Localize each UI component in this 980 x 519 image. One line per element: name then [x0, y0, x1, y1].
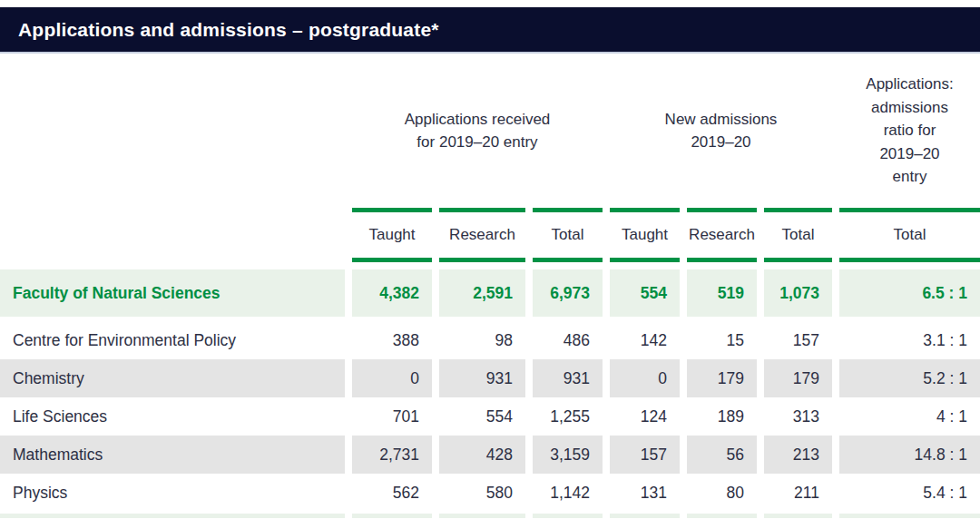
partial-cell [839, 514, 980, 518]
cell-research-applications: 931 [439, 359, 525, 397]
cell-research-admissions: 15 [687, 321, 757, 359]
cell-total-applications: 1,255 [533, 397, 603, 436]
cell-taught-applications: 701 [352, 397, 432, 436]
partial-cell [764, 514, 832, 518]
partial-cell [352, 514, 432, 518]
cell-research-applications: 580 [439, 474, 525, 512]
cell-research-applications: 554 [439, 397, 525, 436]
column-header-total-applications: Total [533, 208, 603, 262]
row-label: Faculty of Natural Sciences [0, 269, 345, 317]
partial-cell [439, 514, 525, 518]
applications-admissions-table: Applications received for 2019–20 entry … [0, 54, 980, 518]
cell-total-admissions: 1,073 [764, 269, 832, 317]
column-header-research-admissions: Research [687, 208, 757, 262]
page-title: Applications and admissions – postgradua… [18, 19, 439, 41]
group-header-applications-admissions-ratio: Applications: admissions ratio for 2019–… [839, 54, 980, 208]
group-header-applications-received: Applications received for 2019–20 entry [352, 54, 603, 208]
cell-taught-applications: 562 [352, 474, 432, 512]
cell-research-admissions: 519 [687, 269, 757, 317]
cell-applications-admissions-ratio: 3.1 : 1 [839, 321, 980, 359]
cell-research-admissions: 80 [687, 474, 757, 512]
cell-applications-admissions-ratio: 14.8 : 1 [839, 436, 980, 474]
group-header-empty [0, 54, 345, 208]
partial-cell [610, 514, 680, 518]
column-header-total-ratio: Total [839, 208, 980, 262]
cell-taught-admissions: 554 [610, 269, 680, 317]
row-label: Mathematics [0, 436, 345, 474]
cell-taught-applications: 388 [352, 321, 432, 359]
row-label: Life Sciences [0, 397, 345, 436]
cell-taught-applications: 2,731 [352, 436, 432, 474]
cell-taught-admissions: 124 [610, 397, 680, 436]
cell-taught-applications: 0 [352, 359, 432, 397]
partial-cell [687, 514, 757, 518]
cell-total-applications: 3,159 [533, 436, 603, 474]
row-gap [0, 262, 980, 269]
column-header-taught-applications: Taught [352, 208, 432, 262]
cell-total-applications: 931 [533, 359, 603, 397]
partial-cell [533, 514, 603, 518]
cell-research-admissions: 56 [687, 436, 757, 474]
row-label: Physics [0, 474, 345, 512]
report-page: Applications and admissions – postgradua… [0, 0, 980, 519]
cell-research-admissions: 189 [687, 397, 757, 436]
partial-cell [0, 514, 345, 518]
cell-total-applications: 1,142 [533, 474, 603, 512]
column-header-research-applications: Research [439, 208, 525, 262]
cell-taught-applications: 4,382 [352, 269, 432, 317]
cell-total-admissions: 211 [764, 474, 832, 512]
cell-total-admissions: 157 [764, 321, 832, 359]
cell-research-admissions: 179 [687, 359, 757, 397]
cell-taught-admissions: 142 [610, 321, 680, 359]
cell-research-applications: 428 [439, 436, 525, 474]
column-header-empty [0, 208, 345, 262]
cell-research-applications: 2,591 [439, 269, 525, 317]
cell-applications-admissions-ratio: 6.5 : 1 [839, 269, 980, 317]
cell-taught-admissions: 131 [610, 474, 680, 512]
column-header-taught-admissions: Taught [610, 208, 680, 262]
cell-total-applications: 486 [533, 321, 603, 359]
group-header-new-admissions: New admissions 2019–20 [610, 54, 832, 208]
row-label: Chemistry [0, 359, 345, 397]
cell-total-applications: 6,973 [533, 269, 603, 317]
cell-applications-admissions-ratio: 5.4 : 1 [839, 474, 980, 512]
title-bar: Applications and admissions – postgradua… [0, 7, 980, 54]
cell-total-admissions: 313 [764, 397, 832, 436]
row-label: Centre for Environmental Policy [0, 321, 345, 359]
cell-applications-admissions-ratio: 4 : 1 [839, 397, 980, 436]
cell-total-admissions: 213 [764, 436, 832, 474]
cell-total-admissions: 179 [764, 359, 832, 397]
cell-research-applications: 98 [439, 321, 525, 359]
column-header-total-admissions: Total [764, 208, 832, 262]
cell-applications-admissions-ratio: 5.2 : 1 [839, 359, 980, 397]
cell-taught-admissions: 157 [610, 436, 680, 474]
cell-taught-admissions: 0 [610, 359, 680, 397]
